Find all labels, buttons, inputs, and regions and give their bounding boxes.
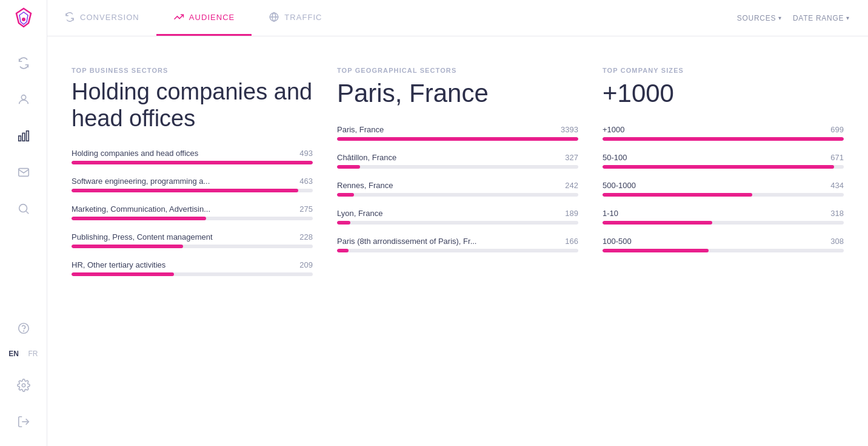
bar-track <box>603 249 844 252</box>
bar-fill <box>337 193 354 197</box>
bar-value: 671 <box>830 153 844 162</box>
svg-rect-5 <box>22 133 25 141</box>
sidebar-item-person[interactable] <box>0 81 47 118</box>
bar-label: 1-10 <box>603 209 618 218</box>
tab-traffic[interactable]: TRAFFIC <box>252 0 339 36</box>
bar-fill <box>72 189 298 192</box>
bar-track <box>337 249 578 252</box>
bar-value: 3393 <box>561 125 578 134</box>
bar-value: 318 <box>830 209 844 218</box>
bar-value: 493 <box>299 149 313 158</box>
bar-track <box>337 165 578 169</box>
bar-fill <box>337 221 350 225</box>
bar-row: Paris, France 3393 <box>337 125 578 141</box>
content-area: TOP BUSINESS SECTORS Holding companies a… <box>47 36 868 446</box>
bar-track <box>72 161 313 164</box>
svg-rect-6 <box>26 131 28 141</box>
svg-point-2 <box>22 18 25 21</box>
bar-label: Lyon, France <box>337 209 382 218</box>
company-section-hero: +1000 <box>603 79 844 108</box>
bar-row: 50-100 671 <box>603 153 844 169</box>
date-range-button[interactable]: DATE RANGE ▾ <box>793 14 850 22</box>
bar-label: HR, Other tertiary activities <box>72 260 165 269</box>
geo-bars: Paris, France 3393 Châtillon, France 327… <box>337 125 578 252</box>
bar-row: Marketing, Communication, Advertisin... … <box>72 204 313 220</box>
tab-traffic-label: TRAFFIC <box>284 13 322 22</box>
tab-conversion[interactable]: CONVERSION <box>47 0 156 36</box>
bar-track <box>603 165 844 169</box>
bar-row: Holding companies and head offices 493 <box>72 149 313 164</box>
bar-label: Rennes, France <box>337 181 393 190</box>
bar-label: Paris, France <box>337 125 384 134</box>
bar-value: 242 <box>565 181 578 190</box>
bar-value: 209 <box>299 260 313 269</box>
sidebar-item-refresh[interactable] <box>0 45 47 81</box>
sidebar-item-logout[interactable] <box>0 404 47 440</box>
bar-value: 463 <box>299 177 313 186</box>
bar-label: Châtillon, France <box>337 153 396 162</box>
company-section-label: TOP COMPANY SIZES <box>603 67 844 74</box>
bar-track <box>603 221 844 225</box>
bar-label: 50-100 <box>603 153 627 162</box>
bar-fill <box>337 165 360 169</box>
bar-track <box>337 137 578 141</box>
language-switcher: EN FR <box>5 346 42 361</box>
bar-value: 327 <box>565 153 578 162</box>
business-sectors-section: TOP BUSINESS SECTORS Holding companies a… <box>72 67 313 422</box>
bar-label: +1000 <box>603 125 625 134</box>
bar-label: Publishing, Press, Content management <box>72 232 213 242</box>
bar-row: HR, Other tertiary activities 209 <box>72 260 313 276</box>
sidebar-item-mail[interactable] <box>0 154 47 191</box>
sidebar-item-settings[interactable] <box>0 367 47 404</box>
bar-fill <box>603 249 709 252</box>
lang-en[interactable]: EN <box>5 346 23 361</box>
bar-label: Marketing, Communication, Advertisin... <box>72 204 210 214</box>
sidebar-item-help[interactable] <box>0 310 47 346</box>
sidebar-bottom: EN FR <box>0 310 47 440</box>
business-section-hero: Holding companies and head offices <box>72 79 313 132</box>
bar-row: Publishing, Press, Content management 22… <box>72 232 313 248</box>
company-sizes-section: TOP COMPANY SIZES +1000 +1000 699 50-100… <box>603 67 844 422</box>
logo[interactable] <box>10 6 37 33</box>
nav-right-controls: SOURCES ▾ DATE RANGE ▾ <box>737 0 868 36</box>
tab-audience[interactable]: AUDIENCE <box>156 0 252 36</box>
business-section-label: TOP BUSINESS SECTORS <box>72 67 313 74</box>
tab-audience-label: AUDIENCE <box>189 13 235 22</box>
bar-track <box>72 245 313 248</box>
svg-point-3 <box>21 95 25 100</box>
svg-rect-4 <box>18 136 21 141</box>
bar-label: 500-1000 <box>603 181 636 190</box>
bar-row: Lyon, France 189 <box>337 209 578 225</box>
bar-track <box>603 193 844 197</box>
bar-value: 308 <box>830 237 844 246</box>
bar-value: 699 <box>830 125 844 134</box>
svg-point-11 <box>22 383 25 387</box>
lang-fr[interactable]: FR <box>24 346 42 361</box>
sidebar-item-chart[interactable] <box>0 118 47 154</box>
bar-row: Software engineering, programming a... 4… <box>72 177 313 192</box>
bar-track <box>72 189 313 192</box>
bar-fill <box>603 165 834 169</box>
bar-fill <box>72 161 313 164</box>
bar-track <box>72 217 313 220</box>
bar-row: Paris (8th arrondissement of Paris), Fr.… <box>337 237 578 252</box>
geo-section-label: TOP GEOGRAPHICAL SECTORS <box>337 67 578 74</box>
svg-point-8 <box>19 204 27 212</box>
bar-track <box>603 137 844 141</box>
bar-track <box>337 193 578 197</box>
geo-sectors-section: TOP GEOGRAPHICAL SECTORS Paris, France P… <box>337 67 578 422</box>
bar-row: 1-10 318 <box>603 209 844 225</box>
bar-value: 434 <box>830 181 844 190</box>
bar-row: 500-1000 434 <box>603 181 844 197</box>
bar-track <box>72 272 313 276</box>
bar-row: Rennes, France 242 <box>337 181 578 197</box>
bar-fill <box>603 193 752 197</box>
sidebar-item-search[interactable] <box>0 191 47 227</box>
sources-button[interactable]: SOURCES ▾ <box>737 14 782 22</box>
bar-fill <box>603 137 844 141</box>
bar-label: Software engineering, programming a... <box>72 177 210 186</box>
bar-row: 100-500 308 <box>603 237 844 252</box>
sources-chevron-icon: ▾ <box>778 15 782 21</box>
geo-section-hero: Paris, France <box>337 79 578 108</box>
bar-value: 166 <box>565 237 578 246</box>
